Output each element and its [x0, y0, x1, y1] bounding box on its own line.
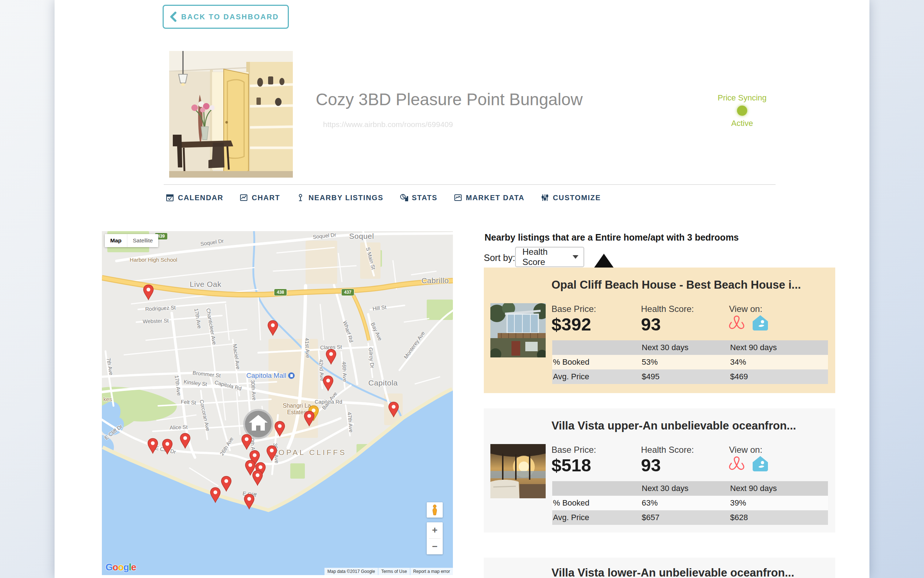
airbnb-icon[interactable] — [728, 314, 745, 331]
listing-map-pin[interactable] — [304, 411, 315, 427]
listing-card-opal-cliff[interactable]: Opal Cliff Beach House - Best Beach Hous… — [484, 268, 835, 393]
report-map-error-link[interactable]: Report a map error — [410, 568, 453, 575]
terms-of-use-link[interactable]: Terms of Use — [378, 568, 410, 575]
listing-map-pin[interactable] — [244, 494, 255, 510]
route-shield: 437 — [341, 289, 354, 296]
shopping-mall-icon — [288, 372, 295, 379]
map-label: Harbor High School — [130, 257, 178, 263]
listing-map-pin[interactable] — [323, 375, 333, 391]
map-type-satellite-button[interactable]: Satellite — [127, 234, 158, 247]
table-row-booked: % Booked 53% 34% — [552, 355, 828, 369]
zoom-out-button[interactable]: − — [427, 539, 443, 555]
tab-market-data[interactable]: MARKET DATA — [454, 193, 524, 202]
listing-title: Villa Vista lower-An unbelievable oceanf… — [552, 567, 830, 578]
zoom-in-button[interactable]: + — [427, 522, 443, 538]
listing-card-villa-vista-upper[interactable]: Villa Vista upper-An unbelievable oceanf… — [484, 408, 835, 533]
back-to-dashboard-button[interactable]: BACK TO DASHBOARD — [163, 5, 289, 29]
tab-label: CUSTOMIZE — [553, 194, 601, 202]
map-label: Alice St — [170, 424, 188, 430]
listing-map-pin[interactable] — [180, 433, 191, 449]
nearby-listings-icon — [296, 193, 305, 202]
listing-map-pin[interactable] — [221, 476, 232, 492]
sort-by-select[interactable]: Health Score — [515, 247, 584, 267]
dining-room-photo — [169, 51, 293, 178]
next-30-days-header: Next 30 days — [641, 484, 729, 493]
tab-nearby-listings[interactable]: NEARBY LISTINGS — [296, 193, 384, 202]
sort-by-value: Health Score — [523, 247, 573, 267]
row-label: Avg. Price — [552, 513, 641, 522]
header-divider — [164, 184, 775, 185]
google-logo-letter: o — [118, 562, 123, 573]
map-label: 46th Ave — [341, 361, 348, 382]
table-row-avg-price: Avg. Price $657 $628 — [552, 510, 828, 525]
listing-map-pin[interactable] — [143, 284, 154, 300]
base-price-value: $392 — [552, 314, 591, 334]
map-data-attribution: Map data ©2017 Google — [325, 568, 378, 575]
table-header-row: Next 30 days Next 90 days — [552, 340, 828, 355]
tab-label: CALENDAR — [178, 194, 223, 202]
map-type-map-button[interactable]: Map — [105, 234, 127, 247]
listing-map-pin[interactable] — [252, 470, 263, 486]
tab-calendar[interactable]: CALENDAR — [165, 193, 223, 202]
listing-map-pin[interactable] — [267, 320, 278, 336]
status-dot — [737, 106, 747, 116]
homeaway-icon[interactable] — [752, 314, 769, 331]
base-price-value: $518 — [552, 455, 591, 475]
listing-photo — [490, 444, 546, 498]
table-row-booked: % Booked 63% 39% — [552, 496, 828, 510]
view-on-icons — [728, 314, 769, 331]
page-title: Cozy 3BD Pleasure Point Bungalow — [316, 89, 583, 109]
listing-map-pin[interactable] — [388, 401, 399, 417]
tab-chart[interactable]: CHART — [239, 193, 280, 202]
street-view-pegman[interactable] — [427, 502, 443, 518]
price-90-value: $469 — [729, 372, 828, 382]
tab-stats[interactable]: STATS — [400, 193, 438, 202]
map-label: Felt St — [181, 399, 196, 406]
listing-map-pin[interactable] — [147, 438, 158, 454]
google-logo-letter: G — [105, 562, 112, 573]
nearby-listings-map[interactable]: Soquel Dr Soquel Dr Soquel Live Oak Cabr… — [102, 231, 453, 575]
view-on-icons — [728, 455, 769, 472]
chevron-down-icon — [573, 255, 578, 259]
map-label: 41st Ave — [304, 338, 311, 358]
listing-map-pin[interactable] — [241, 434, 252, 450]
table-header-row: Next 30 days Next 90 days — [552, 481, 828, 496]
next-90-days-header: Next 90 days — [729, 343, 828, 352]
listing-stats-table: Next 30 days Next 90 days % Booked 63% 3… — [552, 481, 828, 525]
price-syncing-label: Price Syncing — [711, 93, 773, 103]
price-30-value: $495 — [641, 372, 729, 382]
listing-map-pin[interactable] — [210, 487, 221, 503]
map-label: OPAL CLIFFS — [279, 448, 347, 457]
google-logo-letter: g — [123, 562, 129, 573]
price-90-value: $628 — [729, 513, 828, 522]
price-30-value: $657 — [641, 513, 729, 522]
tab-label: MARKET DATA — [466, 194, 524, 202]
google-logo-letter: o — [112, 562, 118, 573]
map-type-control: Map Satellite — [105, 234, 158, 247]
property-url: https://www.airbnb.com/rooms/699409 — [323, 120, 453, 129]
listing-map-pin[interactable] — [162, 438, 173, 455]
map-label: Soquel — [349, 232, 374, 240]
next-30-days-header: Next 30 days — [641, 343, 729, 352]
health-score-label: Health Score: — [641, 445, 694, 455]
map-zoom-control: + − — [427, 522, 443, 554]
row-label: Avg. Price — [552, 372, 641, 382]
listing-map-pin[interactable] — [325, 349, 337, 365]
booked-90-value: 34% — [729, 357, 828, 367]
listing-stats-table: Next 30 days Next 90 days % Booked 53% 3… — [552, 340, 828, 384]
sort-direction-toggle[interactable] — [594, 254, 614, 268]
tab-customize[interactable]: CUSTOMIZE — [540, 193, 601, 202]
row-label: % Booked — [552, 498, 641, 508]
map-label: kes — [103, 396, 112, 402]
tab-label: NEARBY LISTINGS — [309, 194, 384, 202]
listing-map-pin[interactable] — [266, 445, 277, 461]
airbnb-icon[interactable] — [728, 455, 745, 472]
map-label: Capitola — [368, 378, 398, 387]
map-attribution: Map data ©2017 Google Terms of Use Repor… — [325, 568, 453, 575]
listing-card-villa-vista-lower[interactable]: Villa Vista lower-An unbelievable oceanf… — [484, 558, 835, 578]
google-logo-letter: e — [131, 562, 136, 573]
view-on-label: View on: — [729, 445, 762, 455]
listing-map-pin[interactable] — [274, 421, 285, 437]
homeaway-icon[interactable] — [752, 455, 769, 472]
health-score-label: Health Score: — [641, 304, 694, 314]
